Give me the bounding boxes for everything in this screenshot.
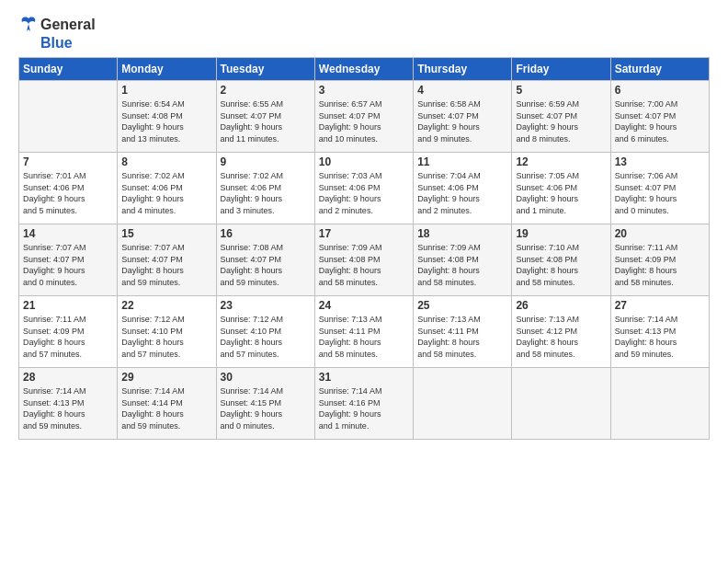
- calendar-day-cell: 15Sunrise: 7:07 AM Sunset: 4:07 PM Dayli…: [118, 224, 216, 296]
- logo-blue: Blue: [40, 35, 73, 52]
- calendar-day-cell: [610, 368, 709, 440]
- calendar-day-cell: 19Sunrise: 7:10 AM Sunset: 4:08 PM Dayli…: [512, 224, 610, 296]
- day-number: 20: [615, 227, 705, 240]
- day-info: Sunrise: 7:01 AM Sunset: 4:06 PM Dayligh…: [23, 170, 113, 216]
- day-info: Sunrise: 7:13 AM Sunset: 4:11 PM Dayligh…: [417, 314, 507, 360]
- calendar-header-cell: Tuesday: [216, 58, 314, 81]
- calendar-day-cell: 31Sunrise: 7:14 AM Sunset: 4:16 PM Dayli…: [314, 368, 413, 440]
- day-info: Sunrise: 6:54 AM Sunset: 4:08 PM Dayligh…: [121, 98, 211, 144]
- day-number: 17: [319, 227, 409, 240]
- calendar-day-cell: 12Sunrise: 7:05 AM Sunset: 4:06 PM Dayli…: [512, 153, 610, 224]
- day-info: Sunrise: 7:12 AM Sunset: 4:10 PM Dayligh…: [221, 314, 311, 360]
- logo-text-block: General Blue: [18, 15, 96, 52]
- day-info: Sunrise: 7:14 AM Sunset: 4:16 PM Dayligh…: [319, 385, 409, 431]
- calendar-day-cell: 1Sunrise: 6:54 AM Sunset: 4:08 PM Daylig…: [118, 81, 216, 153]
- calendar-day-cell: 9Sunrise: 7:02 AM Sunset: 4:06 PM Daylig…: [216, 153, 314, 224]
- day-info: Sunrise: 6:55 AM Sunset: 4:07 PM Dayligh…: [221, 98, 311, 144]
- calendar-header-cell: Thursday: [414, 58, 512, 81]
- calendar-day-cell: 27Sunrise: 7:14 AM Sunset: 4:13 PM Dayli…: [610, 296, 709, 368]
- day-number: 24: [319, 299, 409, 312]
- calendar-day-cell: 8Sunrise: 7:02 AM Sunset: 4:06 PM Daylig…: [118, 153, 216, 224]
- day-info: Sunrise: 7:14 AM Sunset: 4:13 PM Dayligh…: [23, 385, 113, 431]
- day-info: Sunrise: 7:03 AM Sunset: 4:06 PM Dayligh…: [319, 170, 409, 216]
- day-number: 26: [516, 299, 606, 312]
- calendar-day-cell: 2Sunrise: 6:55 AM Sunset: 4:07 PM Daylig…: [216, 81, 314, 153]
- day-info: Sunrise: 7:08 AM Sunset: 4:07 PM Dayligh…: [221, 242, 311, 288]
- calendar-day-cell: 18Sunrise: 7:09 AM Sunset: 4:08 PM Dayli…: [414, 224, 512, 296]
- calendar-day-cell: 25Sunrise: 7:13 AM Sunset: 4:11 PM Dayli…: [414, 296, 512, 368]
- calendar-day-cell: 7Sunrise: 7:01 AM Sunset: 4:06 PM Daylig…: [19, 153, 118, 224]
- day-number: 29: [121, 371, 211, 384]
- calendar-day-cell: 21Sunrise: 7:11 AM Sunset: 4:09 PM Dayli…: [19, 296, 118, 368]
- calendar-table: SundayMondayTuesdayWednesdayThursdayFrid…: [18, 57, 710, 440]
- header: General Blue: [18, 15, 710, 52]
- day-number: 7: [23, 155, 113, 168]
- logo: General Blue: [18, 15, 96, 52]
- calendar-day-cell: 22Sunrise: 7:12 AM Sunset: 4:10 PM Dayli…: [118, 296, 216, 368]
- day-number: 4: [417, 84, 507, 97]
- calendar-week-row: 28Sunrise: 7:14 AM Sunset: 4:13 PM Dayli…: [19, 368, 710, 440]
- calendar-header-cell: Wednesday: [314, 58, 413, 81]
- calendar-header-cell: Saturday: [610, 58, 709, 81]
- calendar-week-row: 21Sunrise: 7:11 AM Sunset: 4:09 PM Dayli…: [19, 296, 710, 368]
- calendar-day-cell: 20Sunrise: 7:11 AM Sunset: 4:09 PM Dayli…: [610, 224, 709, 296]
- day-info: Sunrise: 7:14 AM Sunset: 4:13 PM Dayligh…: [615, 314, 705, 360]
- calendar-day-cell: [512, 368, 610, 440]
- day-number: 9: [221, 155, 311, 168]
- day-info: Sunrise: 7:09 AM Sunset: 4:08 PM Dayligh…: [319, 242, 409, 288]
- day-info: Sunrise: 7:11 AM Sunset: 4:09 PM Dayligh…: [23, 314, 113, 360]
- day-number: 3: [319, 84, 409, 97]
- day-number: 10: [319, 155, 409, 168]
- day-info: Sunrise: 7:00 AM Sunset: 4:07 PM Dayligh…: [615, 98, 705, 144]
- day-number: 14: [23, 227, 113, 240]
- day-number: 22: [121, 299, 211, 312]
- calendar-day-cell: 26Sunrise: 7:13 AM Sunset: 4:12 PM Dayli…: [512, 296, 610, 368]
- calendar-day-cell: 28Sunrise: 7:14 AM Sunset: 4:13 PM Dayli…: [19, 368, 118, 440]
- calendar-day-cell: 29Sunrise: 7:14 AM Sunset: 4:14 PM Dayli…: [118, 368, 216, 440]
- calendar-header-cell: Monday: [118, 58, 216, 81]
- day-number: 28: [23, 371, 113, 384]
- day-info: Sunrise: 7:14 AM Sunset: 4:14 PM Dayligh…: [121, 385, 211, 431]
- day-info: Sunrise: 7:05 AM Sunset: 4:06 PM Dayligh…: [516, 170, 606, 216]
- day-info: Sunrise: 7:02 AM Sunset: 4:06 PM Dayligh…: [121, 170, 211, 216]
- page: General Blue SundayMondayTuesdayWednesda…: [0, 0, 728, 563]
- day-info: Sunrise: 7:02 AM Sunset: 4:06 PM Dayligh…: [221, 170, 311, 216]
- calendar-body: 1Sunrise: 6:54 AM Sunset: 4:08 PM Daylig…: [19, 81, 710, 440]
- calendar-day-cell: 4Sunrise: 6:58 AM Sunset: 4:07 PM Daylig…: [414, 81, 512, 153]
- day-number: 16: [221, 227, 311, 240]
- day-info: Sunrise: 7:13 AM Sunset: 4:11 PM Dayligh…: [319, 314, 409, 360]
- calendar-day-cell: [414, 368, 512, 440]
- day-number: 1: [121, 84, 211, 97]
- calendar-day-cell: 17Sunrise: 7:09 AM Sunset: 4:08 PM Dayli…: [314, 224, 413, 296]
- day-number: 12: [516, 155, 606, 168]
- calendar-header-row: SundayMondayTuesdayWednesdayThursdayFrid…: [19, 58, 710, 81]
- day-info: Sunrise: 7:07 AM Sunset: 4:07 PM Dayligh…: [23, 242, 113, 288]
- day-info: Sunrise: 6:59 AM Sunset: 4:07 PM Dayligh…: [516, 98, 606, 144]
- calendar-day-cell: 6Sunrise: 7:00 AM Sunset: 4:07 PM Daylig…: [610, 81, 709, 153]
- calendar-day-cell: 23Sunrise: 7:12 AM Sunset: 4:10 PM Dayli…: [216, 296, 314, 368]
- day-number: 30: [221, 371, 311, 384]
- day-number: 6: [615, 84, 705, 97]
- day-number: 8: [121, 155, 211, 168]
- day-number: 15: [121, 227, 211, 240]
- day-info: Sunrise: 7:12 AM Sunset: 4:10 PM Dayligh…: [121, 314, 211, 360]
- day-info: Sunrise: 7:14 AM Sunset: 4:15 PM Dayligh…: [221, 385, 311, 431]
- calendar-day-cell: 13Sunrise: 7:06 AM Sunset: 4:07 PM Dayli…: [610, 153, 709, 224]
- day-number: 25: [417, 299, 507, 312]
- day-info: Sunrise: 7:07 AM Sunset: 4:07 PM Dayligh…: [121, 242, 211, 288]
- day-info: Sunrise: 7:13 AM Sunset: 4:12 PM Dayligh…: [516, 314, 606, 360]
- calendar-day-cell: 24Sunrise: 7:13 AM Sunset: 4:11 PM Dayli…: [314, 296, 413, 368]
- day-number: 2: [221, 84, 311, 97]
- calendar-day-cell: 10Sunrise: 7:03 AM Sunset: 4:06 PM Dayli…: [314, 153, 413, 224]
- logo-bird-icon: [18, 15, 39, 35]
- day-number: 18: [417, 227, 507, 240]
- day-info: Sunrise: 7:06 AM Sunset: 4:07 PM Dayligh…: [615, 170, 705, 216]
- calendar-day-cell: 11Sunrise: 7:04 AM Sunset: 4:06 PM Dayli…: [414, 153, 512, 224]
- calendar-day-cell: 14Sunrise: 7:07 AM Sunset: 4:07 PM Dayli…: [19, 224, 118, 296]
- day-number: 27: [615, 299, 705, 312]
- calendar-week-row: 7Sunrise: 7:01 AM Sunset: 4:06 PM Daylig…: [19, 153, 710, 224]
- calendar-header-cell: Sunday: [19, 58, 118, 81]
- calendar-day-cell: [19, 81, 118, 153]
- day-number: 19: [516, 227, 606, 240]
- calendar-header-cell: Friday: [512, 58, 610, 81]
